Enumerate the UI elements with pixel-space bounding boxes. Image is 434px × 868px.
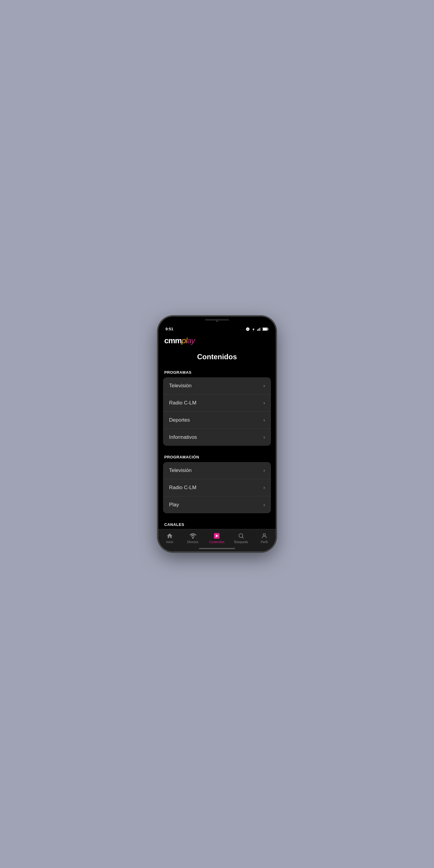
section-header-canales: CANALES [158,518,276,529]
chevron-icon: › [264,400,265,406]
play-icon [213,532,220,539]
section-label-programacion: PROGRAMACIÓN [164,455,199,459]
camera [216,319,218,322]
home-icon [166,532,173,539]
svg-rect-6 [260,327,261,331]
page-title: Contenidos [197,352,237,361]
section-label-canales: CANALES [164,522,184,527]
svg-line-14 [242,537,244,538]
chevron-icon: › [264,417,265,423]
dnd-icon [246,327,250,331]
svg-point-15 [263,534,265,536]
nav-label-contenidos: Contenidos [209,540,224,544]
menu-item-radio-programas[interactable]: Radio C-LM › [163,395,271,412]
phone-notch [158,316,276,326]
app-header: cmm play [158,333,276,348]
menu-group-programas: Televisión › Radio C-LM › Deportes › Inf… [163,377,271,446]
profile-icon [261,532,268,539]
content-scroll[interactable]: cmm play Contenidos PROGRAMAS Televisión… [158,333,276,529]
svg-rect-1 [247,329,249,329]
svg-rect-4 [258,329,259,331]
nav-label-directos: Directos [187,540,198,544]
menu-item-radio-programacion[interactable]: Radio C-LM › [163,479,271,496]
phone-screen: 9:51 [158,316,276,552]
chevron-icon: › [264,502,265,507]
menu-item-deportes[interactable]: Deportes › [163,412,271,429]
phone-device: 9:51 [158,316,276,552]
svg-rect-8 [268,328,268,330]
chevron-icon: › [264,435,265,440]
section-header-programas: PROGRAMAS [158,366,276,377]
logo-cmm: cmm [164,336,182,345]
chevron-icon: › [264,485,265,490]
nav-label-perfil: Perfil [261,540,268,544]
svg-rect-3 [257,330,258,331]
section-header-programacion: PROGRAMACIÓN [158,451,276,462]
home-indicator-bar [199,548,235,549]
status-bar: 9:51 [158,326,276,333]
menu-group-programacion: Televisión › Radio C-LM › Play › [163,462,271,513]
svg-point-10 [192,537,194,539]
nav-label-busqueda: Búsqueda [234,540,248,544]
svg-rect-9 [263,328,267,330]
chevron-icon: › [264,383,265,389]
menu-item-tv-programacion[interactable]: Televisión › [163,462,271,479]
battery-icon [262,327,269,331]
wifi-icon [251,327,256,331]
menu-item-play-programacion[interactable]: Play › [163,496,271,513]
svg-point-13 [239,534,243,538]
status-icons [246,327,269,331]
search-icon [238,532,245,539]
logo-play: play [182,336,195,345]
status-time: 9:51 [165,327,173,331]
svg-rect-5 [259,328,260,331]
nav-item-inicio[interactable]: Inicio [161,532,179,544]
page-title-section: Contenidos [158,348,276,366]
nav-label-inicio: Inicio [166,540,173,544]
nav-item-contenidos[interactable]: Contenidos [207,532,227,544]
nav-item-perfil[interactable]: Perfil [255,532,273,544]
nav-item-busqueda[interactable]: Búsqueda [232,532,250,544]
section-label-programas: PROGRAMAS [164,370,191,375]
broadcast-icon [189,532,196,539]
chevron-icon: › [264,468,265,473]
home-indicator [158,546,276,552]
signal-icon [257,327,261,331]
logo-play-end: ay [187,336,195,345]
app-logo: cmm play [164,336,270,345]
menu-item-informativos[interactable]: Informativos › [163,429,271,446]
nav-item-directos[interactable]: Directos [184,532,202,544]
bottom-nav: Inicio Directos [158,529,276,546]
menu-item-tv-programas[interactable]: Televisión › [163,377,271,395]
